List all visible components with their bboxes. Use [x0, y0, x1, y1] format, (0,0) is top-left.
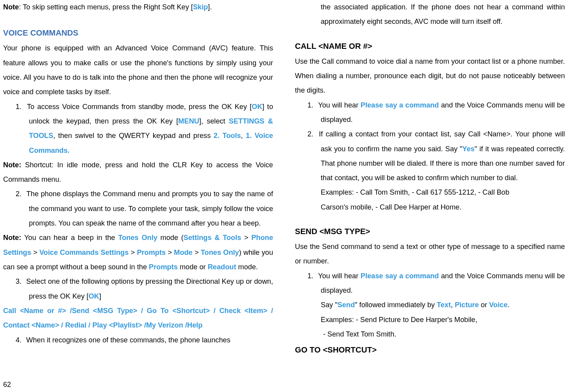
- list-num: 2.: [16, 187, 24, 201]
- li3-text-a: Select one of the following options by p…: [26, 277, 273, 300]
- ok-key: OK: [89, 292, 99, 300]
- send-keyword: Send: [338, 301, 355, 309]
- command-list: Call <Name or #> /Send <MSG Type> / Go T…: [3, 304, 273, 333]
- tones-only-2: Tones Only: [201, 249, 239, 256]
- comma1: ,: [451, 301, 455, 309]
- say-a: Say ": [321, 301, 338, 309]
- prompts-mode: Prompts: [149, 263, 178, 271]
- send-intro: Use the Send command to send a text or o…: [295, 240, 565, 269]
- li2-text: The phone displays the Command menu and …: [26, 190, 273, 227]
- gt5: >: [193, 249, 201, 256]
- heading-goto: GO TO <SHORTCUT>: [295, 342, 565, 358]
- li1-text-a: To access Voice Commands from standby mo…: [27, 103, 252, 111]
- list-item-2: 2. The phone displays the Command menu a…: [3, 187, 273, 231]
- n3a: You can hear a beep in the: [21, 234, 118, 242]
- skip-key: Skip: [193, 3, 208, 11]
- call-list-item-2: 2. If calling a contact from your contac…: [295, 127, 565, 185]
- call-examples-2: Carson's mobile, - Call Dee Harper at Ho…: [295, 200, 565, 215]
- note-shortcut: Note: Shortcut: In idle mode, press and …: [3, 158, 273, 187]
- prompts-path: Prompts: [137, 249, 166, 256]
- list-num: 1.: [16, 100, 24, 114]
- say-b: " followed immediately by: [355, 301, 437, 309]
- page-number: 62: [3, 381, 11, 389]
- please-say-command: Please say a command: [361, 272, 439, 280]
- voice-intro: Your phone is equipped with an Advanced …: [3, 41, 273, 99]
- note-skip: Note: To skip setting each menus, press …: [3, 0, 273, 14]
- list-num: 4.: [16, 333, 24, 347]
- list-num: 3.: [16, 274, 24, 289]
- menu-key: MENU: [178, 117, 199, 125]
- gt1: >: [241, 234, 251, 242]
- n3d: mode or: [178, 263, 208, 271]
- li3-text-b: ]: [99, 292, 101, 300]
- mode-path: Mode: [174, 249, 193, 256]
- note-end: ].: [208, 3, 212, 11]
- note-text: : To skip setting each menus, press the …: [19, 3, 193, 11]
- note-beep: Note: You can hear a beep in the Tones O…: [3, 231, 273, 274]
- list-item-4: 4. When it recognizes one of these comma…: [3, 333, 273, 347]
- gt3: >: [129, 249, 137, 256]
- note-text: Shortcut: In idle mode, press and hold t…: [3, 161, 273, 183]
- send-say-line: Say "Send" followed immediately by Text,…: [295, 298, 565, 312]
- yes-prompt: Yes: [463, 145, 475, 153]
- readout-mode: Readout: [208, 263, 236, 271]
- list-num: 1.: [307, 98, 316, 113]
- note-label: Note:: [3, 161, 21, 169]
- ok-key: OK: [252, 103, 262, 111]
- sli1-a: You will hear: [318, 272, 361, 280]
- list-item-3: 3. Select one of the following options b…: [3, 274, 273, 304]
- n3e: mode.: [236, 263, 258, 271]
- note-label: Note:: [3, 234, 21, 242]
- please-say-command: Please say a command: [361, 101, 439, 109]
- cli1-a: You will hear: [318, 101, 361, 109]
- list-num: 2.: [307, 127, 316, 141]
- call-examples-1: Examples: - Call Tom Smith, - Call 617 5…: [295, 185, 565, 200]
- tools-option: 2. Tools: [214, 132, 241, 140]
- gt4: >: [166, 249, 174, 256]
- call-list-item-1: 1. You will hear Please say a command an…: [295, 98, 565, 127]
- list-item-1: 1. To access Voice Commands from standby…: [3, 100, 273, 158]
- li1-comma: ,: [241, 132, 246, 140]
- send-examples-2: - Send Text Tom Smith.: [295, 327, 565, 342]
- document-page: Note: To skip setting each menus, press …: [0, 0, 568, 392]
- heading-call: CALL <NAME OR #>: [295, 38, 565, 54]
- li1-text-c: ], select: [199, 117, 229, 125]
- left-column: Note: To skip setting each menus, press …: [0, 0, 284, 392]
- tones-only: Tones Only: [118, 234, 157, 242]
- heading-send: SEND <MSG TYPE>: [295, 223, 565, 240]
- call-intro: Use the Call command to voice dial a nam…: [295, 54, 565, 98]
- period: .: [507, 301, 509, 309]
- li1-text-d: , then swivel to the QWERTY keypad and p…: [53, 132, 213, 140]
- li4-continuation: the associated application. If the phone…: [295, 0, 565, 29]
- li4-text: When it recognizes one of these commands…: [26, 336, 230, 344]
- right-column: the associated application. If the phone…: [284, 0, 568, 392]
- settings-tools-path: Settings & Tools: [184, 234, 241, 242]
- voice-type: Voice: [489, 301, 507, 309]
- picture-type: Picture: [455, 301, 479, 309]
- text-type: Text: [437, 301, 451, 309]
- send-examples-1: Examples: - Send Picture to Dee Harper's…: [295, 313, 565, 327]
- vcs-path: Voice Commands Settings: [39, 249, 129, 256]
- n3b: mode (: [157, 234, 184, 242]
- or: or: [479, 301, 489, 309]
- gt2: >: [31, 249, 39, 256]
- send-list-item-1: 1. You will hear Please say a command an…: [295, 269, 565, 298]
- list-num: 1.: [307, 269, 316, 283]
- note-label: Note: [3, 3, 19, 11]
- heading-voice-commands: VOICE COMMANDS: [3, 25, 273, 41]
